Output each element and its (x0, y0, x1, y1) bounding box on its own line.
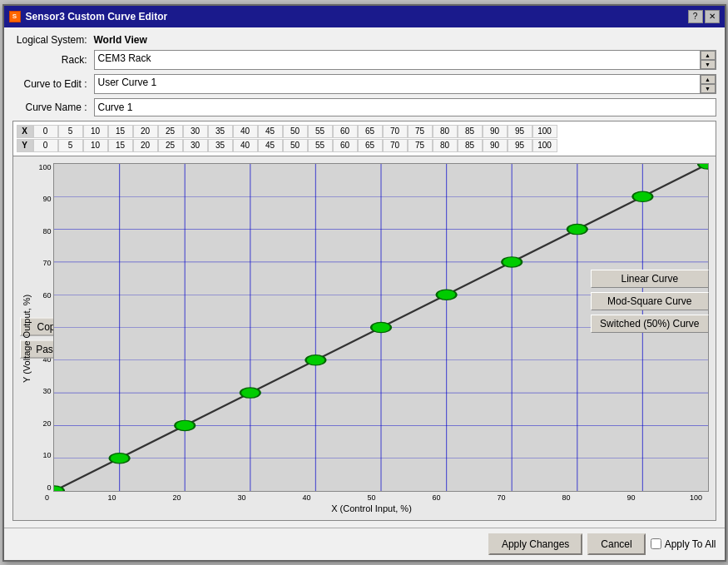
main-panel: X 0 5 10 15 20 25 30 35 40 45 50 55 60 6… (12, 121, 716, 521)
svg-point-25 (371, 322, 391, 332)
svg-point-21 (109, 453, 129, 463)
table-y-16[interactable]: 80 (433, 139, 458, 152)
table-y-9[interactable]: 45 (258, 139, 283, 152)
x-tick-70: 70 (489, 493, 514, 502)
data-table: X 0 5 10 15 20 25 30 35 40 45 50 55 60 6… (13, 121, 716, 156)
table-x-13[interactable]: 65 (358, 125, 383, 138)
table-y-8[interactable]: 40 (233, 139, 258, 152)
rack-select[interactable]: CEM3 Rack ▲ ▼ (94, 50, 716, 70)
table-y-4[interactable]: 20 (133, 139, 158, 152)
table-y-19[interactable]: 95 (508, 139, 532, 152)
table-y-10[interactable]: 50 (283, 139, 308, 152)
curve-to-edit-arrow-down[interactable]: ▼ (701, 84, 716, 93)
title-bar-left: S Sensor3 Custom Curve Editor (9, 11, 168, 22)
table-x-20[interactable]: 100 (532, 125, 557, 138)
content-area: Logical System: World View Rack: CEM3 Ra… (4, 27, 725, 528)
table-y-0[interactable]: 0 (33, 139, 58, 152)
chart-area: Copy Paste Y (Voltage Output, %) 0 10 20… (13, 156, 716, 520)
curve-to-edit-select[interactable]: User Curve 1 ▲ ▼ (94, 74, 716, 94)
table-y-5[interactable]: 25 (158, 139, 183, 152)
x-tick-30: 30 (230, 493, 255, 502)
rack-label: Rack: (12, 54, 87, 66)
rack-row: Rack: CEM3 Rack ▲ ▼ (12, 50, 716, 70)
svg-point-23 (240, 387, 260, 397)
table-x-1[interactable]: 5 (58, 125, 83, 138)
svg-point-27 (502, 256, 522, 266)
table-x-4[interactable]: 20 (133, 125, 158, 138)
curve-name-input[interactable] (94, 98, 716, 116)
title-bar: S Sensor3 Custom Curve Editor ? ✕ (4, 6, 725, 27)
table-y-7[interactable]: 35 (208, 139, 233, 152)
table-y-12[interactable]: 60 (333, 139, 358, 152)
svg-point-29 (632, 191, 652, 201)
table-y-14[interactable]: 70 (383, 139, 408, 152)
x-axis-ticks: 0 10 20 30 40 50 60 70 80 90 100 (35, 493, 709, 502)
table-y-1[interactable]: 5 (58, 139, 83, 152)
logical-system-label: Logical System: (12, 34, 87, 46)
table-x-8[interactable]: 40 (233, 125, 258, 138)
table-x-18[interactable]: 90 (483, 125, 508, 138)
curve-to-edit-row: Curve to Edit : User Curve 1 ▲ ▼ (12, 74, 716, 94)
table-y-11[interactable]: 55 (308, 139, 333, 152)
table-x-19[interactable]: 95 (508, 125, 532, 138)
mod-square-curve-button[interactable]: Mod-Square Curve (591, 292, 708, 310)
table-x-14[interactable]: 70 (383, 125, 408, 138)
chart-container: 0 10 20 30 40 50 60 70 80 90 100 (35, 163, 709, 513)
table-x-7[interactable]: 35 (208, 125, 233, 138)
table-x-3[interactable]: 15 (108, 125, 133, 138)
table-x-15[interactable]: 75 (408, 125, 433, 138)
apply-changes-button[interactable]: Apply Changes (488, 533, 582, 555)
rack-arrow-up[interactable]: ▲ (701, 51, 716, 60)
logical-system-value: World View (94, 34, 147, 46)
x-tick-40: 40 (295, 493, 319, 502)
logical-system-row: Logical System: World View (12, 34, 716, 46)
y-axis-label: Y (Voltage Output, %) (20, 163, 33, 513)
table-x-0[interactable]: 0 (33, 125, 58, 138)
table-x-10[interactable]: 50 (283, 125, 308, 138)
curve-name-label: Curve Name : (12, 102, 87, 113)
table-x-5[interactable]: 25 (158, 125, 183, 138)
table-x-header: X (17, 125, 33, 138)
app-icon: S (9, 11, 21, 22)
rack-arrow-down[interactable]: ▼ (701, 60, 716, 69)
svg-point-28 (567, 224, 587, 234)
table-x-9[interactable]: 45 (258, 125, 283, 138)
table-y-18[interactable]: 90 (483, 139, 508, 152)
cancel-button[interactable]: Cancel (587, 533, 645, 555)
y-tick-60: 60 (42, 291, 51, 300)
table-y-header: Y (17, 139, 33, 152)
table-x-16[interactable]: 80 (433, 125, 458, 138)
x-tick-100: 100 (684, 493, 709, 502)
table-y-17[interactable]: 85 (458, 139, 483, 152)
x-tick-0: 0 (35, 493, 60, 502)
linear-curve-button[interactable]: Linear Curve (591, 270, 708, 288)
table-x-12[interactable]: 60 (333, 125, 358, 138)
apply-to-all-checkbox[interactable] (651, 538, 661, 549)
title-bar-buttons: ? ✕ (688, 10, 720, 23)
footer: Apply Changes Cancel Apply To All (4, 528, 725, 560)
table-row-x: X 0 5 10 15 20 25 30 35 40 45 50 55 60 6… (17, 125, 712, 138)
curve-name-row: Curve Name : (12, 98, 716, 116)
table-y-2[interactable]: 10 (83, 139, 108, 152)
apply-to-all-container: Apply To All (651, 538, 716, 550)
table-x-6[interactable]: 30 (183, 125, 208, 138)
table-y-20[interactable]: 100 (532, 139, 557, 152)
table-x-11[interactable]: 55 (308, 125, 333, 138)
table-y-6[interactable]: 30 (183, 139, 208, 152)
close-button[interactable]: ✕ (705, 10, 720, 23)
y-tick-30: 30 (42, 387, 51, 395)
switched-curve-button[interactable]: Switched (50%) Curve (591, 315, 708, 333)
x-tick-60: 60 (424, 493, 449, 502)
x-tick-50: 50 (359, 493, 384, 502)
x-axis-label: X (Control Input, %) (35, 503, 709, 513)
table-y-3[interactable]: 15 (108, 139, 133, 152)
dialog-title: Sensor3 Custom Curve Editor (26, 11, 168, 22)
table-x-2[interactable]: 10 (83, 125, 108, 138)
y-tick-70: 70 (42, 259, 51, 267)
table-x-17[interactable]: 85 (458, 125, 483, 138)
curve-to-edit-arrow-up[interactable]: ▲ (701, 75, 716, 84)
help-button[interactable]: ? (688, 10, 703, 23)
table-y-15[interactable]: 75 (408, 139, 433, 152)
table-y-13[interactable]: 65 (358, 139, 383, 152)
dialog-window: S Sensor3 Custom Curve Editor ? ✕ Logica… (2, 4, 726, 562)
